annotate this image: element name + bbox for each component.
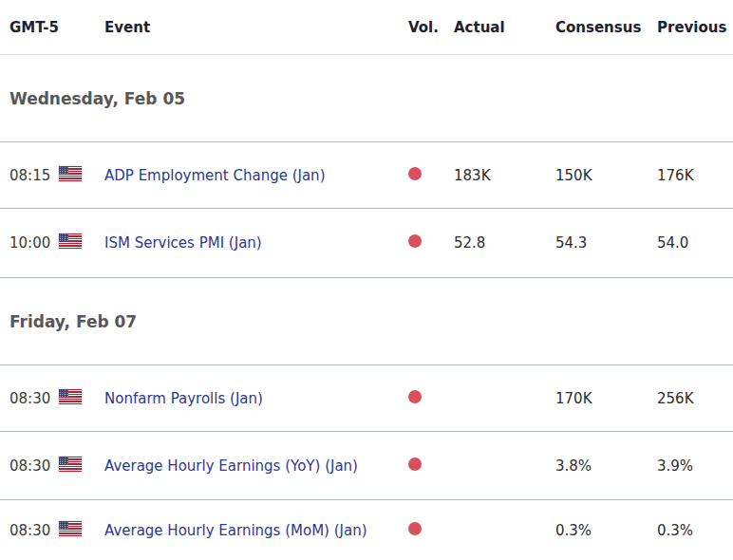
event-time: 08:30 (9, 390, 59, 407)
actual-column-header: Actual (454, 19, 555, 36)
consensus-value: 0.3% (555, 522, 657, 539)
previous-value: 54.0 (657, 234, 733, 252)
date-section-heading: Friday, Feb 07 (0, 278, 733, 365)
event-row: 08:30 Nonfarm Payrolls (Jan) 170K 256K (0, 365, 733, 432)
calendar-header-row: GMT-5 Event Vol. Actual Consensus Previo… (0, 0, 733, 55)
previous-value: 256K (657, 390, 733, 407)
us-flag-icon (59, 521, 104, 540)
consensus-value: 54.3 (555, 234, 657, 252)
event-time: 08:30 (9, 522, 59, 539)
event-time: 08:15 (9, 167, 59, 184)
previous-value: 0.3% (657, 522, 733, 539)
event-time: 08:30 (9, 457, 59, 475)
previous-value: 3.9% (657, 457, 733, 475)
us-flag-icon (59, 166, 104, 185)
previous-column-header: Previous (657, 19, 733, 36)
volatility-high-icon (408, 457, 454, 475)
consensus-column-header: Consensus (555, 19, 657, 36)
event-link[interactable]: Average Hourly Earnings (MoM) (Jan) (104, 522, 408, 539)
consensus-value: 170K (555, 390, 657, 407)
event-row: 10:00 ISM Services PMI (Jan) 52.8 54.3 5… (0, 209, 733, 278)
event-link[interactable]: ADP Employment Change (Jan) (104, 167, 408, 184)
event-link[interactable]: Average Hourly Earnings (YoY) (Jan) (104, 457, 408, 475)
us-flag-icon (59, 389, 104, 408)
event-row: 08:30 Average Hourly Earnings (YoY) (Jan… (0, 432, 733, 500)
event-column-header: Event (104, 19, 408, 36)
economic-calendar: GMT-5 Event Vol. Actual Consensus Previo… (0, 0, 733, 560)
previous-value: 176K (657, 167, 733, 184)
event-time: 10:00 (9, 234, 59, 252)
event-row: 08:30 Average Hourly Earnings (MoM) (Jan… (0, 500, 733, 560)
consensus-value: 3.8% (555, 457, 657, 475)
date-label: Friday, Feb 07 (9, 312, 137, 331)
volatility-high-icon (408, 390, 454, 407)
actual-value: 52.8 (454, 234, 555, 252)
vol-column-header: Vol. (408, 19, 454, 36)
volatility-high-icon (408, 167, 454, 184)
us-flag-icon (59, 457, 104, 476)
volatility-high-icon (408, 522, 454, 539)
date-section-heading: Wednesday, Feb 05 (0, 55, 733, 142)
volatility-high-icon (408, 234, 454, 252)
us-flag-icon (59, 233, 104, 252)
timezone-header: GMT-5 (9, 19, 59, 36)
date-label: Wednesday, Feb 05 (9, 89, 185, 108)
actual-value: 183K (454, 167, 555, 184)
event-row: 08:15 ADP Employment Change (Jan) 183K 1… (0, 142, 733, 209)
event-link[interactable]: ISM Services PMI (Jan) (104, 234, 408, 252)
consensus-value: 150K (555, 167, 657, 184)
event-link[interactable]: Nonfarm Payrolls (Jan) (104, 390, 408, 407)
